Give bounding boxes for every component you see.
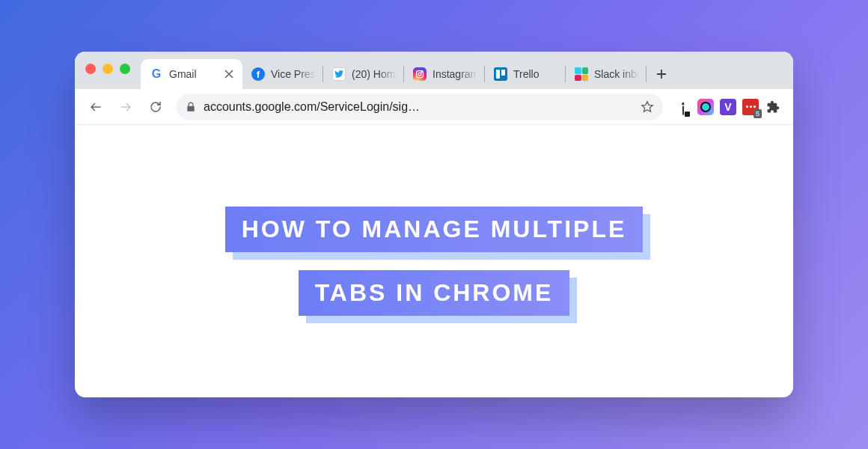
tab-title: Slack inbox (594, 68, 639, 80)
extensions-menu-icon[interactable] (765, 99, 781, 115)
tab-title: (20) Home (352, 68, 397, 80)
reload-button[interactable] (142, 94, 169, 120)
headline-line-2: TABS IN CHROME (299, 270, 570, 316)
tab-instagram[interactable]: Instagram (404, 59, 485, 89)
trello-icon (494, 67, 507, 81)
minimize-window-button[interactable] (103, 64, 113, 74)
svg-point-1 (418, 73, 421, 76)
tab-title: Trello (513, 68, 558, 80)
tab-facebook[interactable]: f Vice President (242, 59, 323, 89)
tab-title: Gmail (169, 68, 223, 80)
forward-button[interactable] (112, 94, 139, 120)
slack-icon (575, 67, 588, 81)
window-controls (85, 64, 130, 74)
browser-window: G Gmail f Vice President (20) Home (75, 52, 793, 397)
tab-slack[interactable]: Slack inbox (566, 59, 647, 89)
maximize-window-button[interactable] (120, 64, 130, 74)
facebook-icon: f (251, 67, 265, 81)
tab-gmail[interactable]: G Gmail (141, 59, 242, 89)
tab-title: Instagram (433, 68, 477, 80)
address-bar[interactable]: accounts.google.com/ServiceLogin/sig… (177, 94, 663, 120)
toolbar: accounts.google.com/ServiceLogin/sig… V … (75, 89, 793, 125)
close-window-button[interactable] (85, 64, 96, 74)
tab-trello[interactable]: Trello (485, 59, 566, 89)
page-content: HOW TO MANAGE MULTIPLE TABS IN CHROME (75, 125, 793, 397)
tab-bar: G Gmail f Vice President (20) Home (75, 52, 793, 89)
back-button[interactable] (82, 94, 109, 120)
extensions-area: V 5 (670, 99, 786, 115)
headline-line-1: HOW TO MANAGE MULTIPLE (225, 207, 644, 252)
bookmark-star-icon[interactable] (641, 100, 654, 114)
extension-badge: 5 (754, 109, 762, 118)
headline: HOW TO MANAGE MULTIPLE TABS IN CHROME (225, 198, 644, 325)
tab-title: Vice President (271, 68, 316, 80)
extension-v[interactable]: V (720, 99, 736, 115)
extension-screenshot[interactable] (697, 99, 714, 115)
twitter-icon (332, 67, 346, 81)
new-tab-button[interactable] (650, 59, 673, 89)
tab-twitter[interactable]: (20) Home (323, 59, 404, 89)
lock-icon (186, 101, 196, 113)
svg-point-2 (421, 72, 422, 73)
close-tab-button[interactable] (223, 68, 235, 80)
extension-color-picker[interactable] (675, 99, 691, 115)
instagram-icon (413, 67, 427, 81)
url-text: accounts.google.com/ServiceLogin/sig… (204, 100, 635, 114)
extension-lastpass[interactable]: 5 (742, 99, 759, 115)
google-icon: G (150, 67, 163, 81)
